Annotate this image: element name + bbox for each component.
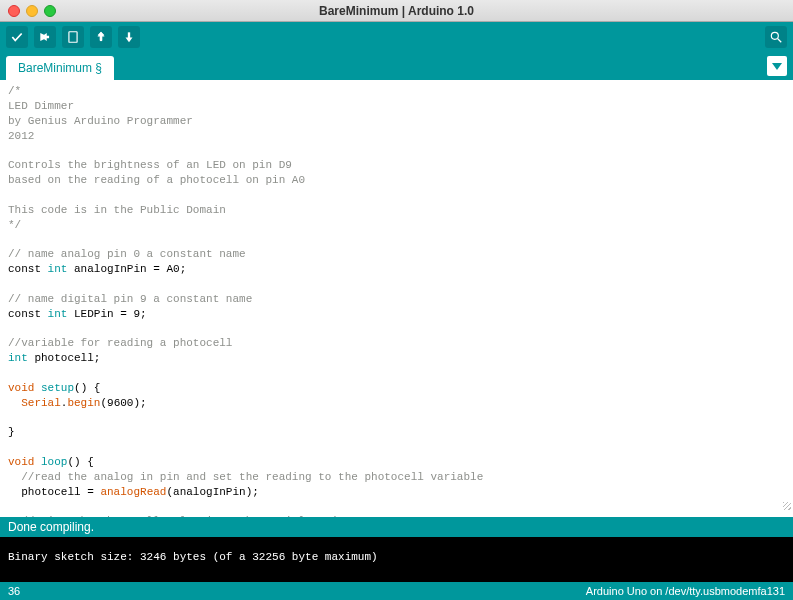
keyword: Serial [21,397,61,409]
tab-bar: BareMinimum § [0,52,793,80]
code-text: photocell = [8,486,100,498]
svg-marker-8 [772,63,782,70]
comment: 2012 [8,130,34,142]
window-title: BareMinimum | Arduino 1.0 [0,4,793,18]
console-output[interactable]: Binary sketch size: 3246 bytes (of a 322… [0,537,793,582]
console-text: Binary sketch size: 3246 bytes (of a 322… [8,551,378,563]
code-text: () { [67,456,93,468]
function-name: begin [67,397,100,409]
svg-rect-5 [128,32,130,38]
comment: //print the photocell value into the ser… [8,515,358,517]
serial-monitor-button[interactable] [765,26,787,48]
upload-button[interactable] [34,26,56,48]
function-name: loop [41,456,67,468]
svg-rect-1 [69,32,77,43]
function-name: analogRead [100,486,166,498]
comment: //read the analog in pin and set the rea… [8,471,483,483]
code-text: photocell; [28,352,101,364]
type-keyword: int [48,263,68,275]
svg-marker-0 [40,33,48,41]
type-keyword: int [48,308,68,320]
toolbar [0,22,793,52]
new-button[interactable] [62,26,84,48]
comment: This code is in the Public Domain [8,204,226,216]
code-text: } [8,426,15,438]
line-number: 36 [8,585,20,597]
comment: // name analog pin 0 a constant name [8,248,246,260]
code-text: () { [74,382,100,394]
keyword: void [8,456,41,468]
verify-button[interactable] [6,26,28,48]
comment: /* [8,85,21,97]
comment: //variable for reading a photocell [8,337,232,349]
svg-point-6 [771,32,778,39]
comment: LED Dimmer [8,100,74,112]
comment: */ [8,219,21,231]
save-button[interactable] [118,26,140,48]
board-port-label: Arduino Uno on /dev/tty.usbmodemfa131 [586,585,785,597]
svg-rect-3 [100,36,102,41]
code-text [8,397,21,409]
svg-marker-4 [126,38,133,43]
open-button[interactable] [90,26,112,48]
resize-handle[interactable] [781,500,793,512]
code-text: LEDPin = 9; [67,308,146,320]
code-text: (9600); [100,397,146,409]
code-text: const [8,308,48,320]
status-message: Done compiling. [8,520,94,534]
code-text: const [8,263,48,275]
window-titlebar: BareMinimum | Arduino 1.0 [0,0,793,22]
keyword: void [8,382,41,394]
type-keyword: int [8,352,28,364]
status-bar: Done compiling. [0,517,793,537]
tab-bareminimum[interactable]: BareMinimum § [6,56,114,80]
tab-menu-button[interactable] [767,56,787,76]
footer-bar: 36 Arduino Uno on /dev/tty.usbmodemfa131 [0,582,793,600]
code-text: (analogInPin); [166,486,258,498]
comment: based on the reading of a photocell on p… [8,174,305,186]
function-name: setup [41,382,74,394]
comment: // name digital pin 9 a constant name [8,293,252,305]
comment: Controls the brightness of an LED on pin… [8,159,292,171]
comment: by Genius Arduino Programmer [8,115,193,127]
code-editor[interactable]: /* LED Dimmer by Genius Arduino Programm… [0,80,793,517]
code-text: analogInPin = A0; [67,263,186,275]
svg-marker-2 [98,32,105,37]
svg-line-7 [778,39,782,43]
